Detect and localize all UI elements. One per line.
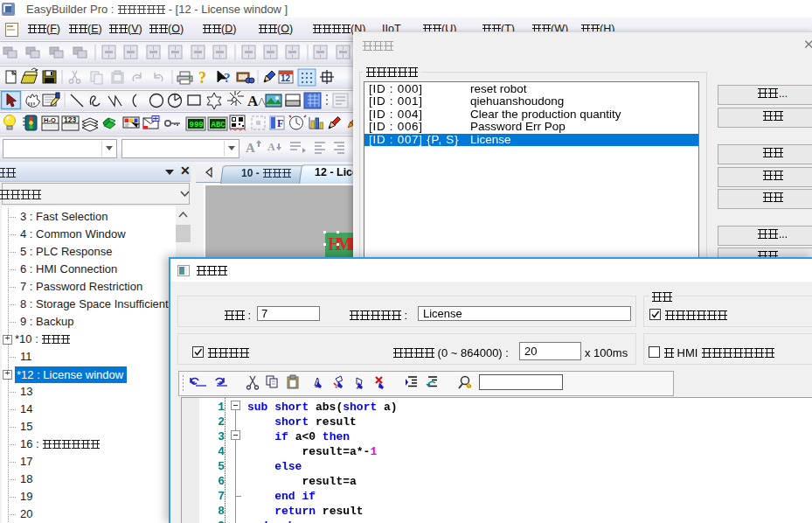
svg-text:?: ? [198,69,206,87]
svg-text:?: ? [224,71,231,85]
svg-text:F: F [277,117,283,129]
svg-text:A: A [267,141,275,153]
svg-text:ABC: ABC [212,121,226,129]
svg-text:A: A [247,93,259,109]
svg-text:12: 12 [281,73,291,83]
svg-text:H-O: H-O [44,116,56,124]
svg-text:999: 999 [190,121,204,129]
svg-text:A: A [246,141,255,155]
